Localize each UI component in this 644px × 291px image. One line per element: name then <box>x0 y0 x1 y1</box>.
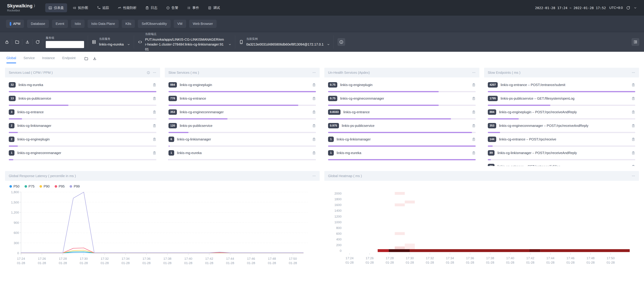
metric-label[interactable]: linkis-cg-engineconnmanager <box>340 97 384 100</box>
legend-item-P50[interactable]: P50 <box>10 185 20 188</box>
folder-icon[interactable] <box>15 40 19 44</box>
menu-item-追踪[interactable]: 追踪 <box>94 3 112 12</box>
metric-label[interactable]: linkis-cg-engineplugin <box>340 83 372 87</box>
menu-item-性能剖析[interactable]: 性能剖析 <box>114 3 140 12</box>
metric-label[interactable]: linkis-ps-publicservice <box>180 124 212 128</box>
info-button[interactable] <box>338 38 345 46</box>
clipboard-icon[interactable] <box>470 97 476 100</box>
more-icon[interactable] <box>632 71 635 74</box>
tab-instance[interactable]: Instance <box>42 56 55 63</box>
current-service-select[interactable]: 当前服务 linkis-mg-eureka <box>92 37 130 47</box>
refresh-icon[interactable] <box>626 6 630 10</box>
metric-label[interactable]: linkis-mg-eureka <box>177 151 202 155</box>
download-icon[interactable] <box>93 57 97 61</box>
more-icon[interactable] <box>632 174 635 178</box>
menu-item-事件[interactable]: 事件 <box>184 3 202 12</box>
legend-item-P75[interactable]: P75 <box>24 185 35 188</box>
metric-label[interactable]: linkis-cg-engineplugin <box>180 83 212 87</box>
metric-label[interactable]: linkis-cg-engineconnmanager <box>180 110 224 114</box>
legend-item-P99[interactable]: P99 <box>70 185 80 188</box>
clipboard-icon[interactable] <box>630 110 635 114</box>
menu-item-日志[interactable]: 日志 <box>142 3 160 12</box>
current-instance-select[interactable]: 当前实例 0a3213e0031d4865806db60ef8f13094@17… <box>239 37 330 47</box>
clipboard-icon[interactable] <box>151 110 156 114</box>
metric-label[interactable]: linkis-cg-entrance <box>180 97 206 100</box>
clipboard-icon[interactable] <box>470 124 476 128</box>
metric-label[interactable]: linkis-cg-entrance – POST:/rpc/receive <box>499 137 556 141</box>
clipboard-icon[interactable] <box>630 151 635 155</box>
chevron-down-icon[interactable] <box>228 43 231 46</box>
metric-label[interactable]: linkis-cg-engineplugin – POST:/rpc/recei… <box>499 110 577 114</box>
clipboard-icon[interactable] <box>310 110 316 114</box>
service-group-input[interactable] <box>46 41 84 48</box>
dashboard-tab-selfobservability[interactable]: SelfObservability <box>138 20 170 28</box>
clipboard-icon[interactable] <box>630 97 635 100</box>
metric-label[interactable]: linkis-cg-engineconnmanager – POST:/rpc/… <box>499 124 588 128</box>
time-range-picker[interactable]: 2022-01-28 17:24 ~ 2022-01-28 17:52 <box>535 6 606 10</box>
dashboard-tab-k8s[interactable]: K8s <box>122 20 135 28</box>
metric-label[interactable]: linkis-cg-linkismanager <box>177 137 211 141</box>
clipboard-icon[interactable] <box>151 151 156 155</box>
dashboard-tab-event[interactable]: Event <box>52 20 68 28</box>
clipboard-icon[interactable] <box>470 83 476 87</box>
clipboard-icon[interactable] <box>630 137 635 141</box>
clipboard-icon[interactable] <box>470 110 476 114</box>
metric-label[interactable]: linkis-ps-publicservice <box>18 97 51 100</box>
current-endpoint-select[interactable]: 当前端点 PUT:/eureka/apps/LINKIS-CG-LINKISMA… <box>138 32 231 52</box>
chevron-down-icon[interactable] <box>127 43 130 46</box>
metric-label[interactable]: linkis-mg-eureka <box>18 83 43 87</box>
metric-label[interactable]: linkis-mg-eureka <box>337 151 361 155</box>
clipboard-icon[interactable] <box>151 137 156 141</box>
lock-icon[interactable] <box>5 40 9 44</box>
download-icon[interactable] <box>25 40 30 44</box>
legend-item-P90[interactable]: P90 <box>40 185 50 188</box>
more-icon[interactable] <box>153 71 156 74</box>
metric-label[interactable]: linkis-ps-publicservice – GET:/filesyste… <box>500 97 574 100</box>
menu-item-告警[interactable]: 告警 <box>163 3 182 12</box>
dashboard-tab-web-browser[interactable]: Web Browser <box>189 20 217 28</box>
metric-label[interactable]: linkis-cg-linkismanager <box>17 124 51 128</box>
metric-label[interactable]: linkis-cg-entrance <box>17 110 44 114</box>
more-icon[interactable] <box>472 71 476 74</box>
metric-label[interactable]: linkis-cg-engineplugin <box>17 137 50 141</box>
clipboard-icon[interactable] <box>630 165 635 166</box>
clipboard-icon[interactable] <box>470 137 476 141</box>
clipboard-icon[interactable] <box>310 97 316 100</box>
app-logo[interactable]: Skywalking Rocketbot <box>7 3 36 12</box>
toolbar-refresh-icon[interactable] <box>36 40 40 44</box>
clipboard-icon[interactable] <box>310 151 316 155</box>
chevron-down-icon[interactable] <box>327 43 330 46</box>
clipboard-icon[interactable] <box>151 124 156 128</box>
metric-label[interactable]: linkis-cg-entrance <box>343 110 370 114</box>
dashboard-tab-vm[interactable]: VM <box>174 20 186 28</box>
dashboard-tab-apm[interactable]: APM <box>6 20 24 28</box>
clipboard-icon[interactable] <box>310 83 316 87</box>
metric-label[interactable]: linkis-ps-publicservice <box>342 124 375 128</box>
clipboard-icon[interactable] <box>151 83 156 87</box>
info-icon[interactable] <box>146 71 150 74</box>
metric-label[interactable]: linkis-cg-engineconnmanager <box>17 151 61 155</box>
metric-label[interactable]: linkis-cg-entrance – POST:/entrance/subm… <box>500 83 565 87</box>
clipboard-icon[interactable] <box>630 124 635 128</box>
more-icon[interactable] <box>312 174 316 178</box>
metric-label[interactable]: linkis-cg-linkismanager <box>337 137 370 141</box>
metric-label[interactable]: linkis-cg-linkismanager – POST:/rpc/rece… <box>498 151 577 155</box>
more-icon[interactable] <box>312 71 316 74</box>
menu-item-拓扑图[interactable]: 拓扑图 <box>70 3 91 12</box>
clipboard-icon[interactable] <box>630 83 635 87</box>
clipboard-icon[interactable] <box>310 137 316 141</box>
metric-label[interactable]: linkis-cg-entrance – GET:/entrance/{id}/… <box>498 165 560 166</box>
timezone-label[interactable]: UTC+8:0 <box>609 6 623 10</box>
tab-service[interactable]: Service <box>24 56 35 63</box>
tab-endpoint[interactable]: Endpoint <box>62 56 76 63</box>
dashboard-tab-istio[interactable]: Istio <box>71 20 84 28</box>
dashboard-tab-istio-data-plane[interactable]: Istio Data Plane <box>88 20 119 28</box>
folder-icon[interactable] <box>84 57 88 61</box>
dashboard-tab-database[interactable]: Database <box>27 20 49 28</box>
tab-global[interactable]: Global <box>6 56 16 63</box>
legend-item-P95[interactable]: P95 <box>55 185 65 188</box>
collapse-panel-button[interactable] <box>632 38 639 46</box>
menu-item-仪表盘[interactable]: 仪表盘 <box>45 3 67 12</box>
menu-item-调试[interactable]: 调试 <box>205 3 223 12</box>
clipboard-icon[interactable] <box>151 97 156 100</box>
